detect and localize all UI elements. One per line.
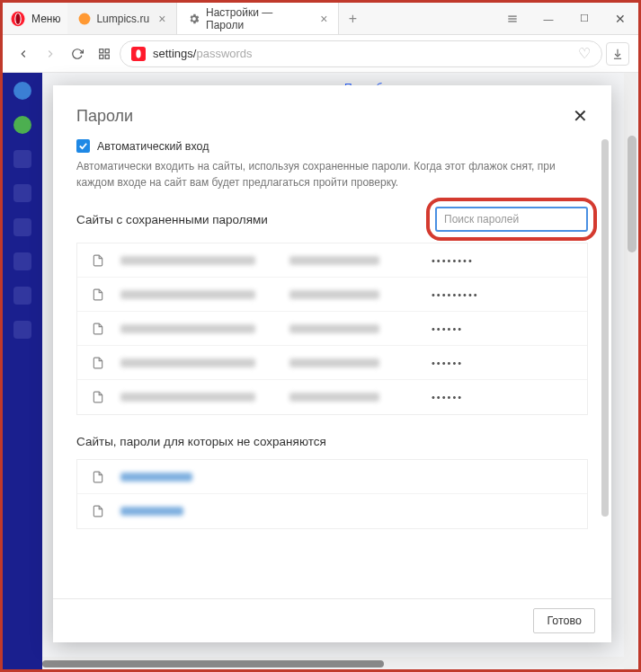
password-row[interactable]: •••••• [77,380,587,414]
sidebar-icon[interactable] [13,184,31,202]
password-row[interactable]: •••••••• [77,243,587,278]
password-mask: •••••• [432,392,463,402]
site-name-blurred [120,507,183,516]
new-tab-button[interactable]: + [339,3,366,34]
maximize-button[interactable]: ☐ [566,3,602,34]
sidebar-icon[interactable] [13,116,31,134]
sidebar-icon[interactable] [13,82,31,100]
close-icon[interactable]: × [320,12,327,26]
username-blurred [289,393,379,402]
page-scrollbar-thumb[interactable] [628,136,637,252]
opera-badge-icon [131,47,146,61]
site-icon [92,390,104,404]
password-row[interactable]: ••••••••• [77,278,587,312]
done-button[interactable]: Готово [533,608,595,633]
username-blurred [289,358,379,367]
url-text: settings/passwords [153,47,253,60]
modal-footer: Готово [53,598,611,642]
forward-button[interactable] [39,42,62,66]
svg-point-2 [15,13,20,24]
password-mask: ••••••••• [432,289,479,300]
sidebar-icon[interactable] [13,218,31,236]
site-icon [92,470,104,484]
sidebar-icon[interactable] [13,287,31,305]
bookmark-heart-icon[interactable]: ♡ [578,45,591,62]
auto-signin-row[interactable]: Автоматический вход [76,139,588,153]
site-icon [92,287,104,302]
modal-header: Пароли ✕ [53,85,611,134]
site-name-blurred [120,324,255,333]
titlebar: Меню Lumpics.ru × Настройки — Пароли × +… [3,3,638,35]
tabs: Lumpics.ru × Настройки — Пароли × + [67,3,494,34]
password-row[interactable]: •••••• [77,312,587,346]
tab-label: Lumpics.ru [96,13,149,25]
customize-button[interactable] [494,3,530,34]
username-blurred [289,290,379,299]
sidebar-icon[interactable] [13,252,31,270]
username-blurred [289,324,379,333]
close-icon[interactable]: × [158,12,165,26]
tab-settings-passwords[interactable]: Настройки — Пароли × [177,3,339,34]
address-bar: settings/passwords ♡ [3,35,638,73]
site-icon [92,356,104,370]
svg-rect-9 [100,55,103,58]
never-row[interactable] [77,494,587,528]
titlebar-left: Меню [3,11,67,27]
sidebar-icon[interactable] [13,150,31,168]
saved-section-title: Сайты с сохраненными паролями [76,213,268,226]
never-row[interactable] [77,460,587,494]
password-mask: •••••• [432,323,463,334]
site-icon [92,322,104,336]
reload-button[interactable] [66,42,89,66]
svg-point-12 [136,49,140,57]
never-section-title: Сайты, пароли для которых не сохраняются [76,435,588,448]
passwords-modal: Пароли ✕ Автоматический вход Автоматичес… [53,85,611,642]
search-passwords-input[interactable] [435,207,588,232]
horizontal-scrollbar-thumb[interactable] [42,660,384,668]
saved-passwords-header: Сайты с сохраненными паролями [76,207,588,232]
window-close-button[interactable]: ✕ [602,3,638,34]
never-saved-list [76,459,588,529]
menu-button[interactable]: Меню [31,13,67,25]
minimize-button[interactable]: — [530,3,566,34]
password-mask: •••••••• [432,255,474,266]
site-icon [92,504,104,518]
site-icon [92,253,104,268]
auto-signin-checkbox[interactable] [76,139,90,153]
password-row[interactable]: •••••• [77,346,587,380]
auto-signin-description: Автоматически входить на сайты, использу… [76,158,588,190]
saved-passwords-list: •••••••• ••••••••• •••••• •••••• [76,243,588,415]
sidebar-icon[interactable] [13,321,31,339]
url-field[interactable]: settings/passwords ♡ [120,40,602,67]
site-name-blurred [120,256,255,265]
back-button[interactable] [12,42,35,66]
site-name-blurred [120,473,192,482]
username-blurred [289,256,379,265]
search-wrap [435,207,588,232]
tab-label: Настройки — Пароли [206,6,311,31]
modal-body: Автоматический вход Автоматически входит… [53,134,611,598]
site-name-blurred [120,290,255,299]
auto-signin-label: Автоматический вход [97,140,209,153]
close-icon[interactable]: ✕ [573,105,588,127]
modal-scrollbar-thumb[interactable] [601,139,609,517]
svg-rect-8 [105,49,109,52]
svg-point-3 [79,13,91,24]
site-name-blurred [120,393,255,402]
opera-sidebar [3,73,42,669]
tab-lumpics[interactable]: Lumpics.ru × [67,3,177,34]
modal-title: Пароли [76,107,133,126]
gear-icon [188,13,200,25]
svg-rect-7 [100,49,103,52]
downloads-button[interactable] [606,42,629,66]
lumpics-favicon-icon [78,13,91,25]
site-name-blurred [120,358,255,367]
password-mask: •••••• [432,358,463,368]
window-controls: — ☐ ✕ [494,3,638,34]
opera-logo-icon [10,11,26,27]
svg-rect-10 [105,55,109,58]
speed-dial-button[interactable] [93,42,116,66]
